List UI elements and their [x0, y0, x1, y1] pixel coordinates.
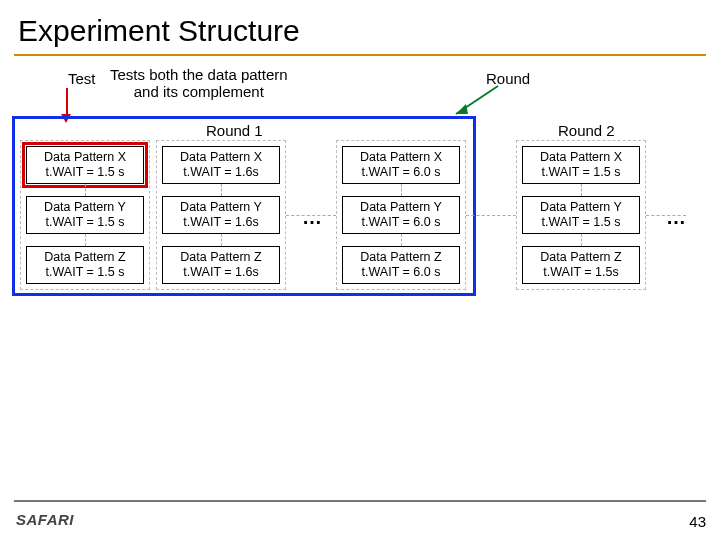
- conn: [581, 184, 582, 196]
- conn: [221, 234, 222, 246]
- r1c3-cell-y: Data Pattern Y t.WAIT = 6.0 s: [342, 196, 460, 234]
- r1c1-cell-z: Data Pattern Z t.WAIT = 1.5 s: [26, 246, 144, 284]
- page-number: 43: [689, 513, 706, 530]
- footer-divider: [14, 500, 706, 502]
- title-divider: [14, 54, 706, 56]
- conn: [401, 234, 402, 246]
- r2-ellipsis: …: [666, 206, 686, 229]
- label-desc-line2: and its complement: [134, 83, 264, 100]
- conn: [466, 215, 516, 216]
- footer-logo: SAFARI: [16, 511, 74, 528]
- conn: [646, 215, 686, 216]
- label-desc-line1: Tests both the data pattern: [110, 66, 288, 83]
- r1-ellipsis: …: [302, 206, 322, 229]
- conn: [581, 234, 582, 246]
- r1c1-cell-x: Data Pattern X t.WAIT = 1.5 s: [26, 146, 144, 184]
- conn: [286, 215, 336, 216]
- r2c1-cell-z: Data Pattern Z t.WAIT = 1.5s: [522, 246, 640, 284]
- slide-title: Experiment Structure: [0, 0, 720, 54]
- conn: [221, 184, 222, 196]
- conn: [401, 184, 402, 196]
- r1c1-cell-y: Data Pattern Y t.WAIT = 1.5 s: [26, 196, 144, 234]
- conn: [85, 234, 86, 246]
- round1-title: Round 1: [206, 122, 263, 139]
- r1c3-cell-z: Data Pattern Z t.WAIT = 6.0 s: [342, 246, 460, 284]
- r2c1-cell-y: Data Pattern Y t.WAIT = 1.5 s: [522, 196, 640, 234]
- label-desc: Tests both the data pattern and its comp…: [110, 66, 288, 101]
- label-test: Test: [68, 70, 96, 87]
- labels-row: Test Tests both the data pattern and its…: [0, 66, 720, 110]
- r2c1-cell-x: Data Pattern X t.WAIT = 1.5 s: [522, 146, 640, 184]
- diagram: Round 1 Data Pattern X t.WAIT = 1.5 s Da…: [6, 110, 714, 320]
- r1c3-cell-x: Data Pattern X t.WAIT = 6.0 s: [342, 146, 460, 184]
- r1c2-cell-y: Data Pattern Y t.WAIT = 1.6s: [162, 196, 280, 234]
- conn: [85, 184, 86, 196]
- r1c2-cell-z: Data Pattern Z t.WAIT = 1.6s: [162, 246, 280, 284]
- round2-title: Round 2: [558, 122, 615, 139]
- r1c2-cell-x: Data Pattern X t.WAIT = 1.6s: [162, 146, 280, 184]
